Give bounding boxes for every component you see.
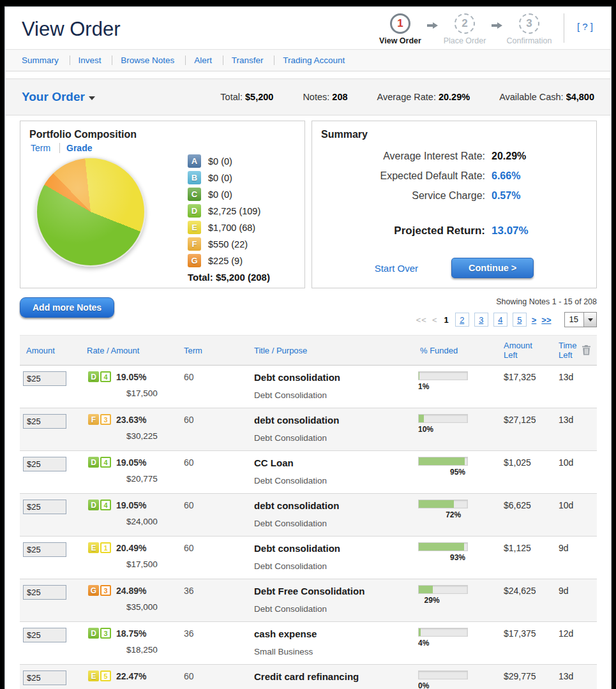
column-header-time-left[interactable]: Time Left bbox=[548, 341, 582, 360]
pagination-page-link[interactable]: 5 bbox=[517, 315, 522, 325]
continue-button[interactable]: Continue > bbox=[451, 258, 534, 278]
grade-pie-chart bbox=[36, 157, 146, 267]
pagination-page-link[interactable]: 3 bbox=[479, 315, 483, 325]
summary-row-label: Average Interest Rate: bbox=[321, 151, 492, 162]
pagination-page-link[interactable]: 2 bbox=[460, 315, 464, 325]
grade-badge: D 4 bbox=[88, 371, 111, 382]
amount-input[interactable] bbox=[23, 457, 66, 471]
time-left-cell: 12d bbox=[548, 628, 582, 656]
loan-title[interactable]: Credit card refinancing bbox=[254, 670, 417, 682]
amount-left-cell: $6,625 bbox=[493, 500, 548, 528]
notes-table-body: D 4 19.05% $17,500 60 Debt consolidation… bbox=[20, 366, 597, 689]
pagination-prev[interactable]: < bbox=[432, 315, 438, 325]
column-header-rate-amount[interactable]: Rate / Amount bbox=[84, 346, 179, 355]
title-purpose-cell: cash expense Small Business bbox=[250, 628, 417, 656]
term-cell: 60 bbox=[179, 542, 250, 571]
column-header-title-purpose[interactable]: Title / Purpose bbox=[250, 346, 417, 355]
column-header-funded[interactable]: % Funded bbox=[417, 346, 493, 355]
amount-input[interactable] bbox=[23, 371, 66, 386]
add-more-notes-button[interactable]: Add more Notes bbox=[20, 297, 114, 318]
order-stat: Notes:208 bbox=[303, 92, 347, 102]
term-cell: 60 bbox=[179, 670, 250, 689]
per-page-value: 15 bbox=[565, 313, 583, 327]
pagination-page-link[interactable]: 4 bbox=[498, 315, 502, 325]
interest-rate: 19.05% bbox=[116, 457, 146, 468]
loan-title[interactable]: Debt consolidation bbox=[254, 542, 417, 554]
amount-input[interactable] bbox=[23, 414, 66, 429]
summary-row: Expected Default Rate: 6.66% bbox=[321, 170, 587, 182]
your-order-dropdown[interactable]: Your Order bbox=[22, 90, 95, 104]
column-header-amount[interactable]: Amount bbox=[20, 346, 84, 355]
funded-cell: 29% bbox=[417, 585, 493, 614]
order-stat: Average Rate:20.29% bbox=[377, 92, 470, 102]
trash-icon bbox=[582, 345, 591, 355]
nav-item[interactable]: Summary bbox=[22, 56, 59, 65]
column-header-amount-left[interactable]: Amount Left bbox=[493, 341, 548, 360]
funded-cell: 10% bbox=[417, 414, 493, 443]
grade-letter: E bbox=[88, 670, 99, 681]
delete-all-trash-icon[interactable] bbox=[582, 345, 597, 355]
amount-input[interactable] bbox=[23, 670, 66, 685]
progress-step: 2 Place Order bbox=[442, 13, 488, 45]
pagination-page[interactable]: 3 bbox=[474, 313, 488, 327]
your-order-label[interactable]: Your Order bbox=[22, 90, 85, 103]
table-row: F 3 23.63% $30,225 60 debt consolidation… bbox=[20, 408, 597, 451]
nav-item[interactable]: Transfer bbox=[223, 56, 264, 65]
per-page-dropdown-button[interactable] bbox=[583, 313, 596, 327]
loan-title[interactable]: Debt Free Consolidation bbox=[254, 585, 417, 596]
loan-title[interactable]: cash expense bbox=[254, 628, 417, 639]
row-spacer-cell bbox=[582, 371, 597, 400]
start-over-link[interactable]: Start Over bbox=[375, 263, 418, 274]
row-spacer-cell bbox=[582, 457, 597, 485]
amount-input[interactable] bbox=[23, 542, 66, 557]
nav-item[interactable]: Browse Notes bbox=[112, 56, 174, 65]
funded-percent-label: 95% bbox=[450, 468, 465, 477]
help-link[interactable]: [ ? ] bbox=[577, 21, 593, 32]
funded-bar-fill bbox=[419, 586, 433, 593]
loan-amount: $20,775 bbox=[126, 474, 179, 484]
loan-purpose: Debt Consolidation bbox=[254, 390, 417, 400]
nav-item[interactable]: Invest bbox=[70, 56, 101, 65]
per-page-select[interactable]: 15 bbox=[564, 312, 597, 327]
row-spacer-cell bbox=[582, 585, 597, 614]
pagination-next[interactable]: > bbox=[532, 315, 537, 325]
order-stat: Available Cash:$4,800 bbox=[499, 92, 594, 102]
portfolio-tab[interactable]: Grade bbox=[59, 143, 92, 153]
loan-purpose: Debt Consolidation bbox=[254, 519, 417, 528]
loan-amount: $18,250 bbox=[126, 645, 179, 655]
time-left-cell: 10d bbox=[548, 457, 582, 485]
grade-letter: G bbox=[88, 585, 99, 596]
loan-title[interactable]: debt consolidation bbox=[254, 500, 417, 511]
summary-row-value: 6.66% bbox=[492, 170, 587, 182]
amount-input[interactable] bbox=[23, 585, 66, 600]
amount-input[interactable] bbox=[23, 628, 66, 642]
grade-chip: A bbox=[188, 154, 201, 168]
loan-title[interactable]: Debt consolidation bbox=[254, 371, 417, 383]
amount-left-cell: $1,025 bbox=[493, 457, 548, 485]
row-spacer-cell bbox=[582, 542, 597, 571]
pagination-first[interactable]: << bbox=[416, 315, 427, 325]
legend-row: D $2,725 (109) bbox=[188, 204, 270, 218]
loan-purpose: Small Business bbox=[254, 647, 417, 656]
column-header-term[interactable]: Term bbox=[179, 346, 250, 355]
pagination-page[interactable]: 4 bbox=[493, 313, 507, 327]
loan-title[interactable]: debt consolidation bbox=[254, 414, 417, 426]
table-row: G 3 24.89% $35,000 36 Debt Free Consolid… bbox=[20, 579, 597, 622]
legend-label: $1,700 (68) bbox=[208, 223, 255, 233]
funded-percent-label: 1% bbox=[418, 382, 429, 391]
time-left-cell: 13d bbox=[548, 670, 582, 689]
amount-cell bbox=[20, 670, 84, 689]
funded-cell: 4% bbox=[417, 628, 493, 656]
pagination-last[interactable]: >> bbox=[541, 315, 551, 325]
amount-left-cell: $29,775 bbox=[493, 670, 548, 689]
loan-title[interactable]: CC Loan bbox=[254, 457, 417, 468]
portfolio-tab[interactable]: Term bbox=[31, 143, 50, 153]
amount-input[interactable] bbox=[23, 500, 66, 514]
pagination-page[interactable]: 2 bbox=[455, 313, 469, 327]
term-cell: 60 bbox=[179, 500, 250, 528]
nav-item[interactable]: Trading Account bbox=[274, 56, 345, 65]
step-circle: 3 bbox=[519, 13, 539, 34]
pagination-page[interactable]: 5 bbox=[513, 313, 527, 327]
legend-row: E $1,700 (68) bbox=[188, 221, 270, 234]
nav-item[interactable]: Alert bbox=[185, 56, 212, 65]
